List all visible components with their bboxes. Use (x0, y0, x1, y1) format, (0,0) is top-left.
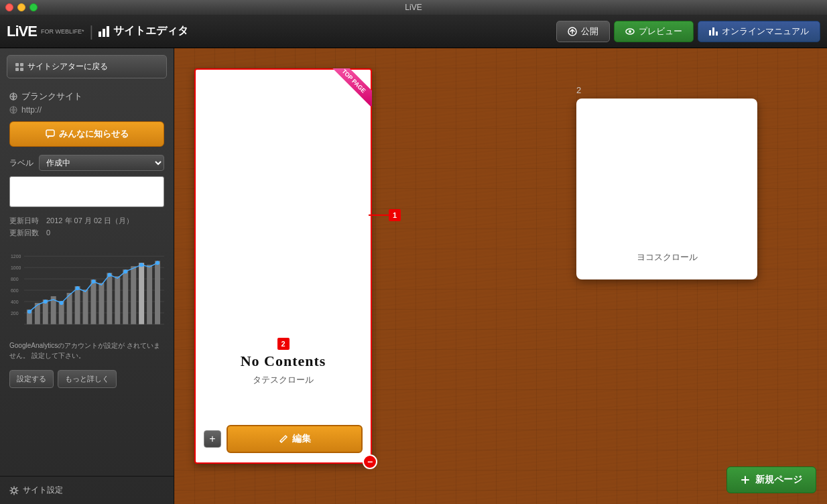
add-page-element-button[interactable]: + (204, 430, 221, 448)
svg-rect-38 (147, 265, 152, 324)
site-url: http:// (21, 105, 42, 115)
svg-rect-32 (99, 283, 104, 324)
svg-point-41 (44, 300, 48, 304)
connector-line (369, 214, 389, 216)
publish-button[interactable]: 公開 (556, 21, 610, 42)
svg-text:600: 600 (11, 288, 19, 293)
svg-rect-9 (46, 130, 54, 136)
svg-rect-28 (67, 293, 72, 324)
svg-point-44 (91, 279, 95, 284)
plus-icon (741, 475, 750, 485)
site-section: ブランクサイト http:// みんなに知らせる ラベル 作成中 公開中 非公開 (0, 85, 174, 249)
svg-rect-30 (83, 290, 88, 324)
manual-button[interactable]: オンラインマニュアル (698, 21, 820, 42)
page-card-inner: 2 No Contents タテスクロール + 編集 (196, 70, 371, 462)
new-page-button[interactable]: 新規ページ (726, 466, 816, 493)
sidebar-action-buttons: 設定する もっと詳しく (0, 366, 174, 392)
svg-rect-31 (90, 279, 96, 324)
preview-button[interactable]: プレビュー (614, 21, 694, 42)
no-contents-area: 2 No Contents タテスクロール (196, 337, 371, 395)
svg-text:400: 400 (11, 300, 19, 304)
chat-icon (46, 129, 55, 139)
edit-button[interactable]: 編集 (227, 425, 363, 453)
app-logo: LiVE FOR WEBLIFE* (7, 23, 84, 40)
page-card-1[interactable]: TOP PAGE 2 No Contents タテスクロール + 編集 (194, 68, 372, 464)
svg-rect-35 (123, 269, 128, 324)
delete-page-button[interactable]: − (363, 454, 377, 469)
grid-icon (15, 63, 23, 71)
svg-point-40 (27, 310, 31, 314)
chart-area: 1200 1000 800 600 400 200 (0, 249, 174, 336)
card-bottom-bar: + 編集 (196, 416, 371, 462)
url-icon (9, 106, 17, 114)
site-name: ブランクサイト (21, 90, 82, 103)
svg-text:1000: 1000 (11, 265, 21, 270)
svg-rect-6 (20, 68, 23, 71)
yoko-scroll-label: ヨコスクロール (637, 251, 698, 263)
back-to-site-theater-button[interactable]: サイトシアターに戻る (7, 55, 167, 78)
tate-scroll-label: タテスクロール (196, 374, 371, 386)
analytics-chart: 1200 1000 800 600 400 200 (9, 252, 164, 334)
site-settings-footer[interactable]: サイト設定 (0, 476, 174, 504)
page-2-label: 2 (576, 85, 581, 95)
label-row: ラベル 作成中 公開中 非公開 (9, 155, 164, 171)
header-separator: | (89, 23, 93, 40)
svg-rect-3 (15, 63, 19, 66)
notify-button[interactable]: みんなに知らせる (9, 121, 164, 147)
svg-point-46 (123, 269, 127, 273)
badge-1-connector: 1 (369, 209, 401, 221)
svg-rect-39 (155, 261, 160, 324)
traffic-lights (5, 3, 38, 11)
svg-point-42 (60, 301, 64, 305)
svg-point-45 (107, 273, 111, 277)
publish-icon (568, 27, 577, 36)
logo-live-text: LiVE (7, 23, 37, 40)
svg-rect-37 (139, 263, 144, 324)
edit-icon (279, 434, 288, 444)
svg-text:1200: 1200 (11, 254, 21, 259)
label-text: ラベル (9, 158, 34, 169)
svg-rect-36 (131, 266, 136, 324)
page-card-2[interactable]: ヨコスクロール (576, 99, 757, 279)
site-editor-label: サイトエディタ (113, 24, 188, 38)
svg-point-48 (155, 261, 160, 265)
svg-text:800: 800 (11, 277, 19, 281)
analytics-notice: GoogleAnalyticsのアカウントが設定が されていません。 設定して下… (0, 336, 174, 365)
svg-rect-34 (115, 276, 120, 324)
svg-point-49 (12, 489, 16, 493)
site-settings-label: サイト設定 (23, 485, 63, 496)
memo-textarea[interactable] (9, 176, 164, 207)
bars-icon (99, 26, 109, 37)
canvas-area: TOP PAGE 2 No Contents タテスクロール + 編集 (174, 48, 827, 504)
app-header: LiVE FOR WEBLIFE* | サイトエディタ 公開 プレビュー オンラ… (0, 15, 827, 48)
svg-text:200: 200 (11, 311, 19, 316)
site-name-row: ブランクサイト (9, 90, 164, 103)
maximize-button[interactable] (29, 3, 38, 11)
title-bar: LiVE (0, 0, 827, 15)
gear-icon (9, 486, 19, 495)
minimize-button[interactable] (17, 3, 25, 11)
svg-point-2 (629, 30, 631, 33)
header-buttons: 公開 プレビュー オンラインマニュアル (556, 21, 820, 42)
svg-rect-29 (75, 286, 80, 324)
label-select[interactable]: 作成中 公開中 非公開 (39, 155, 164, 171)
top-page-badge: TOP PAGE (325, 68, 372, 115)
logo-subtext: FOR WEBLIFE* (41, 28, 84, 35)
more-button[interactable]: もっと詳しく (58, 370, 117, 388)
svg-point-47 (139, 263, 143, 267)
svg-rect-4 (20, 63, 23, 66)
sidebar: サイトシアターに戻る ブランクサイト http:// みんなに知らせる ラベル … (0, 48, 174, 504)
update-info: 更新日時 2012 年 07 月 02 日（月） 更新回数 0 (9, 215, 164, 239)
svg-point-43 (76, 286, 80, 290)
site-icon (9, 92, 17, 101)
eye-icon (625, 27, 635, 36)
badge-1: 1 (389, 209, 401, 221)
svg-rect-33 (107, 273, 112, 324)
no-contents-title: No Contents (196, 353, 371, 370)
close-button[interactable] (5, 3, 13, 11)
window-title: LiVE (405, 3, 422, 12)
settings-button[interactable]: 設定する (9, 370, 54, 388)
site-url-row: http:// (9, 105, 164, 115)
manual-icon (709, 27, 718, 36)
badge-2: 2 (277, 338, 290, 350)
